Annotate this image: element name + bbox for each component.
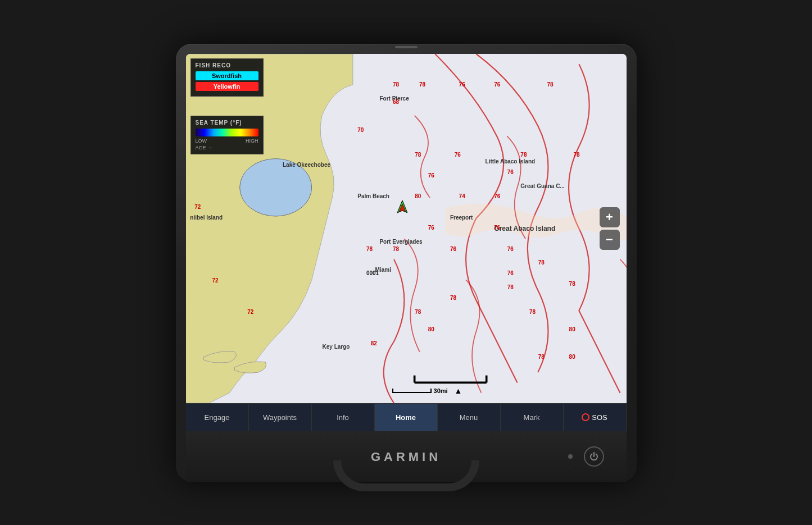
temp-labels: LOW HIGH [196,138,258,144]
sos-icon: SOS [582,413,607,422]
sos-circle-icon [582,413,589,421]
home-button[interactable]: Home [375,404,438,431]
scale-label: 30mi [434,387,448,394]
temp-gradient-bar [196,129,258,136]
stand-arm [333,460,479,491]
temp-low-label: LOW [196,138,207,144]
power-button[interactable] [584,446,604,467]
info-label: Info [337,413,349,422]
zoom-out-button[interactable]: − [600,230,620,250]
sos-label: SOS [592,413,607,422]
svg-point-1 [239,158,311,216]
mark-button[interactable]: Mark [501,404,564,431]
home-label: Home [396,413,416,422]
scroll-hint [395,46,418,48]
sea-temp-panel: SEA TEMP (°F) LOW HIGH AGE → [190,116,264,154]
toolbar: Engage Waypoints Info Home Menu Mark SOS [186,403,627,431]
temp-age: AGE → [196,145,258,150]
waypoints-button[interactable]: Waypoints [249,404,312,431]
menu-label: Menu [460,413,478,422]
garmin-device: Fort Pierce Lake Okeechobee Palm Beach L… [176,44,637,482]
sos-button[interactable]: SOS [564,404,627,431]
sea-temp-title: SEA TEMP (°F) [196,120,258,126]
menu-button[interactable]: Menu [438,404,501,431]
fish-reco-title: FISH RECO [196,62,258,69]
zoom-controls: + − [600,207,620,250]
zoom-in-button[interactable]: + [600,207,620,227]
scale-line: 30mi ▲ [392,386,462,395]
scale-ruler [392,389,432,393]
north-arrow-icon: ▲ [455,386,462,395]
temp-high-label: HIGH [246,138,258,144]
fish-tag-yellowfin: Yellowfin [196,82,258,91]
fish-reco-panel: FISH RECO Swordfish Yellowfin [190,58,264,97]
screen-bezel: Fort Pierce Lake Okeechobee Palm Beach L… [186,54,627,431]
engage-button[interactable]: Engage [186,404,249,431]
led-indicator [568,454,573,459]
fish-tag-swordfish: Swordfish [196,71,258,80]
info-button[interactable]: Info [312,404,375,431]
map-area[interactable]: Fort Pierce Lake Okeechobee Palm Beach L… [186,54,627,403]
mark-label: Mark [524,413,540,422]
waypoints-label: Waypoints [263,413,297,422]
engage-label: Engage [205,413,230,422]
device-stand [333,460,479,491]
scale-bar: 30mi ▲ [392,386,462,395]
boat-icon [397,200,407,215]
